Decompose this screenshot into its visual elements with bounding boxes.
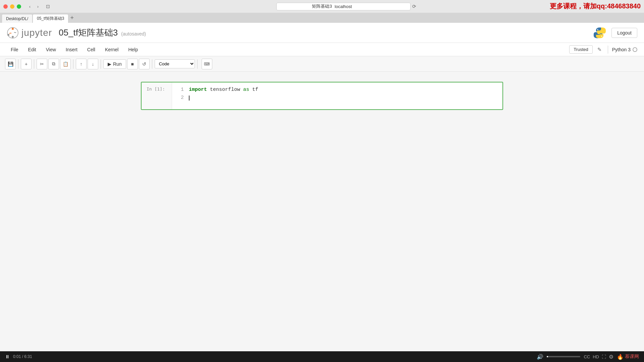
line-number-2: 2 (177, 94, 184, 102)
mukewang-icon: 🔥 (617, 354, 624, 360)
menu-item-insert[interactable]: Insert (62, 45, 82, 54)
menu-item-help[interactable]: Help (124, 45, 142, 54)
mukewang-watermark: 🔥 慕课网 (617, 354, 639, 360)
cell-prompt-text: In [1]: (147, 86, 165, 92)
bottom-bar: ⏸ 0:01 / 6:31 🔊 CC HD ⛶ ⚙ 🔥 慕课网 (0, 351, 644, 362)
kernel-info: Python 3 (612, 47, 637, 52)
browser-tab-right[interactable]: 05_tf矩阵基础3 (33, 14, 68, 23)
volume-icon[interactable]: 🔊 (537, 354, 543, 360)
logout-button[interactable]: Logout (611, 28, 637, 38)
cell-1[interactable]: In [1]: 1 import tensorflow as tf 2 (141, 82, 503, 110)
url-text: localhost (335, 4, 352, 9)
move-down-button[interactable]: ↓ (88, 59, 98, 69)
back-button[interactable]: ‹ (26, 3, 34, 10)
jupyter-icon (7, 27, 19, 39)
tab-right-label: 05_tf矩阵基础3 (37, 16, 64, 21)
menu-item-kernel[interactable]: Kernel (101, 45, 122, 54)
toolbar-divider-3 (73, 59, 73, 69)
python-logo-icon (593, 26, 606, 40)
progress-bar-fill (547, 356, 548, 357)
toolbar-divider-5 (152, 59, 152, 69)
kernel-label: Python 3 (612, 47, 631, 52)
menu-item-view[interactable]: View (42, 45, 60, 54)
menu-item-edit[interactable]: Edit (24, 45, 40, 54)
line-number-1: 1 (177, 86, 184, 94)
progress-bar[interactable] (547, 356, 580, 357)
cc-button[interactable]: CC (584, 354, 590, 359)
svg-point-1 (12, 28, 14, 30)
add-cell-button[interactable]: + (21, 59, 32, 69)
toolbar-divider-4 (101, 59, 101, 69)
traffic-lights (3, 4, 21, 9)
sidebar-toggle-button[interactable]: ⊡ (44, 3, 52, 10)
trusted-button[interactable]: Trusted (569, 45, 593, 54)
url-bar-container: localhost ⟳ (72, 3, 621, 10)
text-cursor (189, 96, 190, 101)
copy-button[interactable]: ⧉ (48, 59, 59, 69)
forward-button[interactable]: › (34, 3, 42, 10)
titlebar: ‹ › ⊡ localhost ⟳ 矩阵基础3 更多课程，请加qq:484683… (0, 0, 644, 13)
menu-item-cell[interactable]: Cell (83, 45, 99, 54)
jupyter-logo: jupyter (7, 27, 52, 39)
menu-items: File Edit View Insert Cell Kernel Help (7, 45, 569, 54)
cell-code-area[interactable]: 1 import tensorflow as tf 2 (172, 82, 502, 109)
code-editor[interactable]: 1 import tensorflow as tf 2 (172, 82, 502, 109)
new-tab-button[interactable]: + (70, 14, 74, 23)
close-button[interactable] (3, 4, 8, 9)
code-rest-2: tf (249, 87, 258, 93)
paste-button[interactable]: 📋 (60, 59, 71, 69)
code-content-2 (189, 94, 190, 102)
keyword-import: import (189, 87, 207, 93)
url-bar: localhost (276, 3, 411, 10)
notebook-name[interactable]: 05_tf矩阵基础3 (59, 27, 118, 39)
toolbar-divider-2 (34, 59, 34, 69)
stop-button[interactable]: ■ (127, 59, 138, 69)
cell-type-select[interactable]: Code Markdown Raw NBConvert Heading (155, 59, 195, 68)
bottom-controls: 🔊 CC HD ⛶ ⚙ 🔥 慕课网 (537, 354, 639, 360)
edit-icon-button[interactable]: ✎ (595, 45, 604, 54)
save-button[interactable]: 💾 (5, 59, 16, 69)
minimize-button[interactable] (10, 4, 14, 9)
menu-bar: File Edit View Insert Cell Kernel Help T… (0, 43, 644, 56)
code-lines: 1 import tensorflow as tf 2 (177, 86, 497, 102)
move-up-button[interactable]: ↑ (76, 59, 87, 69)
run-icon: ▶ (108, 61, 111, 67)
menu-item-file[interactable]: File (7, 45, 22, 54)
jupyter-wordmark: jupyter (21, 27, 52, 38)
main-content: In [1]: 1 import tensorflow as tf 2 (0, 72, 644, 351)
code-content-1: import tensorflow as tf (189, 86, 258, 94)
jupyter-header: jupyter 05_tf矩阵基础3 (autosaved) Logout (0, 23, 644, 43)
code-rest-1: tensorflow (207, 87, 243, 93)
run-button[interactable]: ▶ Run (103, 59, 126, 69)
toolbar-divider-1 (18, 59, 18, 69)
mukewang-label: 慕课网 (625, 354, 639, 360)
svg-point-5 (601, 36, 602, 37)
toolbar-divider-6 (197, 59, 198, 69)
svg-point-3 (7, 34, 9, 36)
maximize-button[interactable] (17, 4, 21, 9)
browser-tabs: Desktop/DL/ 05_tf矩阵基础3 + (0, 13, 644, 23)
browser-tab-left[interactable]: Desktop/DL/ (2, 14, 33, 23)
playback-time: 0:01 / 6:31 (13, 354, 32, 359)
watermark-text: 更多课程，请加qq:484683840 (550, 2, 641, 11)
svg-point-2 (12, 36, 14, 38)
bottom-right-controls: CC HD ⛶ ⚙ (584, 354, 613, 360)
menu-divider (608, 46, 608, 54)
settings-icon[interactable]: ⚙ (609, 354, 613, 360)
cell-container: In [1]: 1 import tensorflow as tf 2 (141, 82, 503, 110)
run-label: Run (113, 61, 122, 67)
keyboard-shortcuts-button[interactable]: ⌨ (202, 59, 212, 69)
svg-point-4 (597, 29, 598, 30)
window-title: 矩阵基础3 (312, 3, 332, 9)
menu-right: Trusted ✎ Python 3 (569, 45, 637, 54)
fullscreen-button[interactable]: ⛶ (602, 354, 606, 359)
keyword-as: as (243, 87, 249, 93)
cell-prompt: In [1]: (142, 82, 172, 109)
code-line-1: 1 import tensorflow as tf (177, 86, 497, 94)
hd-button[interactable]: HD (593, 354, 599, 359)
toolbar: 💾 + ✂ ⧉ 📋 ↑ ↓ ▶ Run ■ ↺ Code Markdown Ra… (0, 56, 644, 72)
cut-button[interactable]: ✂ (37, 59, 47, 69)
restart-button[interactable]: ↺ (139, 59, 150, 69)
reload-button[interactable]: ⟳ (412, 4, 416, 9)
play-pause-button[interactable]: ⏸ (5, 354, 10, 359)
